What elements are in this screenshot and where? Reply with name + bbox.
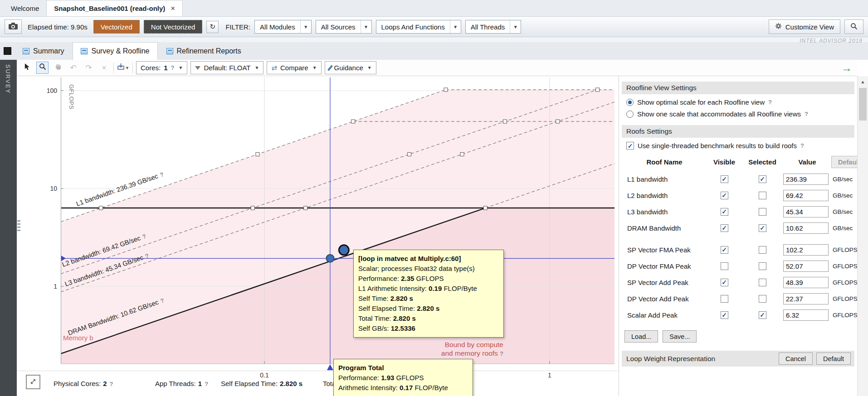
- visible-checkbox[interactable]: [721, 246, 728, 254]
- tooltip-line: Total Time: 2.820 s: [358, 314, 499, 324]
- scroll-up-icon[interactable]: ▲: [858, 76, 868, 87]
- search-button[interactable]: [844, 19, 863, 34]
- compare-dropdown[interactable]: ⇄ Compare ▼: [267, 61, 321, 74]
- selected-checkbox[interactable]: [759, 175, 766, 183]
- roof-value-input[interactable]: [783, 206, 829, 217]
- visible-checkbox[interactable]: [721, 262, 728, 270]
- tooltip-line: Performance: 1.93 GFLOPS: [338, 373, 468, 383]
- memory-bound-label: Memory b: [63, 334, 93, 342]
- cores-dropdown[interactable]: Cores: 1 ? ▼: [136, 61, 187, 74]
- visible-checkbox[interactable]: [721, 208, 728, 216]
- selected-checkbox[interactable]: [759, 279, 766, 286]
- filter-loops-dropdown[interactable]: Loops And Functions ▼: [376, 20, 461, 34]
- selected-checkbox[interactable]: [759, 295, 766, 303]
- summary-icon: [23, 48, 29, 54]
- visible-checkbox[interactable]: [721, 311, 728, 319]
- tab-refinement-reports[interactable]: Refinement Reports: [159, 42, 249, 60]
- view-settings-header: Roofline View Settings: [622, 82, 854, 94]
- expand-icon: [29, 377, 37, 387]
- help-icon[interactable]: ?: [805, 111, 808, 117]
- radio-optimal-scale[interactable]: Show optimal scale for each Roofline vie…: [626, 98, 857, 106]
- visible-checkbox[interactable]: [721, 175, 728, 183]
- gear-icon: [775, 23, 782, 31]
- expand-chart-button[interactable]: [26, 375, 40, 389]
- roof-value-input[interactable]: [783, 244, 829, 256]
- undo-icon: ↶: [70, 63, 76, 72]
- roof-value-input[interactable]: [783, 174, 829, 185]
- roof-value-input[interactable]: [783, 190, 829, 201]
- load-button[interactable]: Load...: [624, 330, 658, 343]
- scrollbar-thumb[interactable]: [859, 88, 867, 121]
- roof-value-input[interactable]: [783, 222, 829, 234]
- select-tool-button[interactable]: [21, 62, 33, 74]
- zoom-tool-button[interactable]: [36, 62, 49, 74]
- radio-single-scale[interactable]: Show one scale that accommodates all Roo…: [626, 110, 857, 118]
- roof-value-input[interactable]: [783, 309, 829, 321]
- tooltip-line: Scalar; processes Float32 data type(s): [358, 264, 499, 274]
- close-icon[interactable]: ×: [171, 5, 175, 12]
- export-button[interactable]: ▼: [117, 62, 129, 74]
- chevron-down-icon: ▼: [178, 65, 183, 70]
- tooltip-line: Self Elapsed Time: 2.820 s: [358, 304, 499, 314]
- help-icon[interactable]: ?: [110, 381, 113, 387]
- visible-checkbox[interactable]: [721, 224, 728, 232]
- cancel-button[interactable]: Cancel: [779, 353, 813, 365]
- radio-icon[interactable]: [626, 99, 634, 106]
- tab-summary[interactable]: Summary: [15, 42, 72, 60]
- use-benchmark-checkbox[interactable]: [626, 142, 634, 150]
- roofs-table-body: L1 bandwidth GB/sec L2 bandwidth GB/sec …: [622, 171, 857, 323]
- tab-welcome[interactable]: Welcome: [4, 0, 46, 16]
- splitter-grip[interactable]: [17, 220, 20, 233]
- filter-threads-dropdown[interactable]: All Threads ▼: [465, 20, 522, 34]
- roof-row: L2 bandwidth GB/sec: [622, 187, 857, 203]
- visible-checkbox[interactable]: [721, 192, 728, 199]
- cancel-zoom-button[interactable]: ×: [98, 62, 110, 74]
- undo-button[interactable]: ↶: [67, 62, 79, 74]
- snapshot-camera-button[interactable]: [5, 19, 22, 34]
- view-config-dropdown[interactable]: Default: FLOAT ▼: [190, 61, 263, 74]
- panel-scrollbar[interactable]: ▲: [857, 76, 868, 396]
- tab-snapshot[interactable]: Snapshot_Baseline001 (read-only) ×: [46, 0, 183, 16]
- visible-checkbox[interactable]: [721, 295, 728, 303]
- use-benchmark-checkbox-row[interactable]: Use single-threaded benchmark results to…: [626, 142, 857, 150]
- roofline-chart[interactable]: [61, 77, 614, 377]
- help-icon[interactable]: ?: [800, 142, 804, 149]
- redo-button[interactable]: ↷: [83, 62, 95, 74]
- selected-checkbox[interactable]: [759, 246, 766, 254]
- roof-name: L1 bandwidth: [622, 175, 707, 183]
- filter-modules-dropdown[interactable]: All Modules ▼: [254, 20, 312, 34]
- selected-checkbox[interactable]: [759, 192, 766, 199]
- selected-checkbox[interactable]: [759, 262, 766, 270]
- roof-value-input[interactable]: [783, 277, 829, 288]
- guidance-dropdown[interactable]: Guidance ▼: [325, 61, 376, 74]
- expand-panel-button[interactable]: →: [840, 62, 853, 74]
- save-button[interactable]: Save...: [663, 330, 697, 343]
- visible-checkbox[interactable]: [721, 279, 728, 286]
- export-icon: [117, 63, 125, 72]
- roof-unit: GB/sec: [831, 208, 857, 215]
- survey-sidebar[interactable]: SURVEY: [0, 60, 17, 396]
- tab-survey-roofline[interactable]: Survey & Roofline: [73, 42, 157, 60]
- reset-filter-button[interactable]: ↻: [206, 21, 219, 33]
- selected-checkbox[interactable]: [759, 208, 766, 216]
- help-icon[interactable]: ?: [171, 64, 175, 71]
- filter-sources-dropdown[interactable]: All Sources ▼: [316, 20, 372, 34]
- help-icon[interactable]: ?: [768, 99, 772, 106]
- roof-value-input[interactable]: [783, 261, 829, 272]
- close-icon: ×: [102, 63, 107, 72]
- pan-tool-button[interactable]: [52, 62, 64, 74]
- radio-icon[interactable]: [626, 111, 634, 118]
- selected-checkbox[interactable]: [759, 311, 766, 319]
- roof-row: SP Vector FMA Peak GFLOPS: [622, 241, 857, 258]
- not-vectorized-filter-button[interactable]: Not Vectorized: [144, 20, 203, 34]
- vectorized-filter-button[interactable]: Vectorized: [93, 20, 140, 34]
- selected-checkbox[interactable]: [759, 224, 766, 232]
- roof-value-input[interactable]: [783, 293, 829, 304]
- help-icon[interactable]: ?: [205, 381, 208, 387]
- tooltip-line: Self Time: 2.820 s: [358, 294, 499, 304]
- help-icon[interactable]: ?: [500, 350, 503, 357]
- customize-view-button[interactable]: Customize View: [769, 19, 840, 34]
- loop-weight-default-button[interactable]: Default: [816, 353, 851, 365]
- redo-icon: ↷: [85, 63, 92, 72]
- roofline-settings-panel: Roofline View Settings Show optimal scal…: [619, 76, 857, 396]
